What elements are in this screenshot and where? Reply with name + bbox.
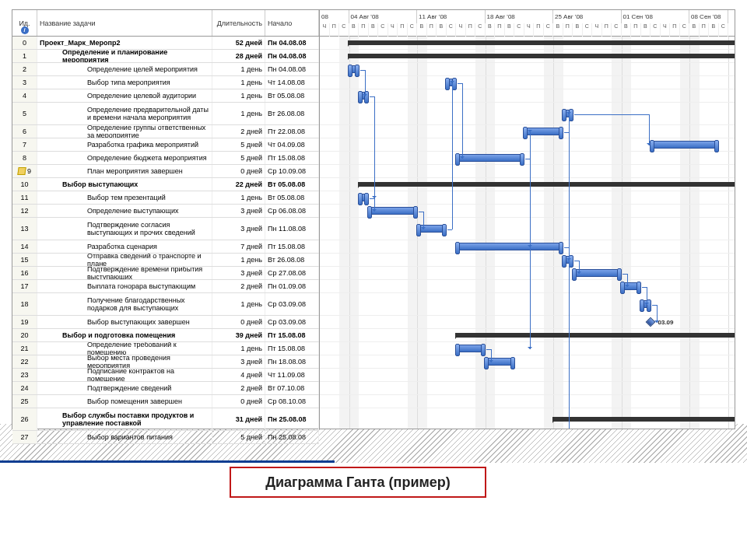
cell-duration: 4 дней bbox=[212, 369, 265, 381]
table-row[interactable]: 11Выбор тем презентаций1 деньВт 05.08.08 bbox=[12, 191, 319, 205]
cell-name: Выбор помещения завершен bbox=[37, 395, 212, 408]
cell-id: 27 bbox=[12, 431, 37, 443]
table-row[interactable]: 23Подписание контрактов на помещение4 дн… bbox=[12, 369, 319, 382]
week-header: 08 Сен '08 bbox=[689, 10, 728, 23]
summary-bar[interactable] bbox=[349, 40, 735, 45]
cell-start: Вт 05.08.08 bbox=[265, 89, 319, 102]
table-header: Ид. i Название задачи Длительность Начал… bbox=[12, 10, 319, 37]
cell-id: 25 bbox=[12, 395, 37, 408]
cell-id: 3 bbox=[12, 76, 37, 89]
table-row[interactable]: 8Определение бюджета мероприятия5 днейПт… bbox=[12, 152, 319, 165]
summary-bar[interactable] bbox=[456, 333, 735, 338]
chart-row bbox=[320, 329, 735, 342]
gantt-chart[interactable]: 0804 Авг '0811 Авг '0818 Авг '0825 Авг '… bbox=[320, 10, 735, 429]
table-row[interactable]: 20Выбор и подготовка помещения39 днейПт … bbox=[12, 329, 319, 342]
summary-bar[interactable] bbox=[359, 182, 735, 187]
chart-row bbox=[320, 89, 735, 103]
week-header: 25 Авг '08 bbox=[553, 10, 622, 23]
table-row[interactable]: 0Проект_Марк_Меропр252 днейПн 04.08.08 bbox=[12, 37, 319, 50]
cell-duration: 3 дней bbox=[212, 355, 265, 368]
chart-row bbox=[320, 205, 735, 218]
table-row[interactable]: 18Получение благодарственных подарков дл… bbox=[12, 293, 319, 316]
cell-id: 5 bbox=[12, 103, 37, 124]
table-row[interactable]: 2Определение целей мероприятия1 деньПн 0… bbox=[12, 63, 319, 76]
table-row[interactable]: 15Отправка сведений о транспорте и плане… bbox=[12, 254, 319, 267]
table-row[interactable]: 6Определение группы ответственных за мер… bbox=[12, 125, 319, 138]
cell-id: 13 bbox=[12, 218, 37, 240]
table-row[interactable]: 17Выплата гонорара выступающим2 днейПн 0… bbox=[12, 280, 319, 293]
task-bar[interactable] bbox=[456, 345, 486, 352]
task-bar[interactable] bbox=[349, 65, 359, 73]
day-header: С bbox=[544, 23, 554, 37]
table-row[interactable]: 22Выбор места проведения мероприятия3 дн… bbox=[12, 355, 319, 369]
task-bar[interactable] bbox=[456, 154, 524, 162]
cell-duration: 31 дней bbox=[212, 408, 265, 430]
chart-row bbox=[320, 191, 735, 205]
cell-name: Разработка графика мероприятий bbox=[37, 138, 212, 151]
cell-start: Ср 08.10.08 bbox=[265, 395, 319, 408]
table-row[interactable]: 10Выбор выступающих22 днейВт 05.08.08 bbox=[12, 178, 319, 191]
cell-id: 4 bbox=[12, 89, 37, 102]
milestone-label: 03.09 bbox=[658, 319, 674, 326]
header-start[interactable]: Начало bbox=[265, 10, 319, 36]
day-header: В bbox=[622, 23, 632, 37]
cell-duration: 1 день bbox=[212, 103, 265, 124]
note-icon bbox=[17, 167, 26, 175]
cell-name: Отправка сведений о транспорте и плане bbox=[37, 254, 212, 266]
task-bar[interactable] bbox=[651, 141, 719, 149]
task-bar[interactable] bbox=[359, 194, 369, 201]
info-icon[interactable]: i bbox=[21, 26, 29, 34]
task-bar[interactable] bbox=[621, 282, 640, 290]
table-row[interactable]: 25Выбор помещения завершен0 днейСр 08.10… bbox=[12, 395, 319, 408]
table-row[interactable]: 9План мероприятия завершен0 днейСр 10.09… bbox=[12, 165, 319, 178]
table-row[interactable]: 1Определение и планирование мероприятия2… bbox=[12, 50, 319, 63]
day-header: Ч bbox=[592, 23, 602, 37]
table-row[interactable]: 19Выбор выступающих завершен0 днейСр 03.… bbox=[12, 316, 319, 329]
task-bar[interactable] bbox=[456, 243, 563, 250]
chart-row bbox=[320, 103, 735, 125]
header-name[interactable]: Название задачи bbox=[37, 10, 212, 36]
cell-name: Определение бюджета мероприятия bbox=[37, 152, 212, 164]
week-header: 11 Авг '08 bbox=[417, 10, 486, 23]
table-row[interactable]: 3Выбор типа мероприятия1 деньЧт 14.08.08 bbox=[12, 76, 319, 89]
cell-duration: 2 дней bbox=[212, 125, 265, 138]
table-row[interactable]: 26Выбор службы поставки продуктов и упра… bbox=[12, 408, 319, 431]
cell-start: Пн 04.08.08 bbox=[265, 50, 319, 62]
table-row[interactable]: 14Разработка сценария7 днейПт 15.08.08 bbox=[12, 240, 319, 254]
chart-area[interactable]: 10.0903.09 bbox=[320, 37, 735, 429]
table-row[interactable]: 21Определение требований к помещению1 де… bbox=[12, 342, 319, 355]
cell-id: 9 bbox=[12, 165, 37, 177]
cell-duration: 3 дней bbox=[212, 267, 265, 279]
cell-start: Пн 01.09.08 bbox=[265, 280, 319, 292]
table-row[interactable]: 27Выбор вариантов питания5 днейПн 25.08.… bbox=[12, 431, 319, 444]
table-row[interactable]: 5Определение предварительной даты и врем… bbox=[12, 103, 319, 125]
cell-start: Пн 04.08.08 bbox=[265, 63, 319, 75]
day-header: Ч bbox=[524, 23, 535, 37]
cell-duration: 7 дней bbox=[212, 240, 265, 253]
day-header: В bbox=[417, 23, 427, 37]
cell-id: 22 bbox=[12, 355, 37, 368]
table-row[interactable]: 24Подтверждение сведений2 днейВт 07.10.0… bbox=[12, 382, 319, 395]
cell-start: Вт 26.08.08 bbox=[265, 254, 319, 266]
summary-bar[interactable] bbox=[553, 417, 735, 422]
task-table: Ид. i Название задачи Длительность Начал… bbox=[12, 10, 320, 429]
cell-start: Ср 06.08.08 bbox=[265, 205, 319, 217]
cell-name: Выбор службы поставки продуктов и управл… bbox=[37, 408, 212, 430]
cell-duration: 0 дней bbox=[212, 316, 265, 328]
day-header: С bbox=[408, 23, 418, 37]
day-header: С bbox=[475, 23, 486, 37]
cell-duration: 1 день bbox=[212, 254, 265, 266]
header-id[interactable]: Ид. i bbox=[12, 10, 37, 36]
table-row[interactable]: 12Определение выступающих3 днейСр 06.08.… bbox=[12, 205, 319, 218]
cell-id: 16 bbox=[12, 267, 37, 279]
table-row[interactable]: 13Подтверждение согласия выступающих и п… bbox=[12, 218, 319, 240]
week-header: 04 Авг '08 bbox=[349, 10, 418, 23]
summary-bar[interactable] bbox=[349, 54, 735, 58]
table-row[interactable]: 4Определение целевой аудитории1 деньВт 0… bbox=[12, 89, 319, 103]
table-row[interactable]: 16Подтверждение времени прибытия выступа… bbox=[12, 267, 319, 280]
header-duration[interactable]: Длительность bbox=[212, 10, 265, 36]
table-row[interactable]: 7Разработка графика мероприятий5 днейЧт … bbox=[12, 138, 319, 152]
week-header: 08 bbox=[320, 10, 349, 23]
cell-start: Чт 11.09.08 bbox=[265, 369, 319, 381]
gantt-window: Ид. i Название задачи Длительность Начал… bbox=[12, 9, 735, 429]
